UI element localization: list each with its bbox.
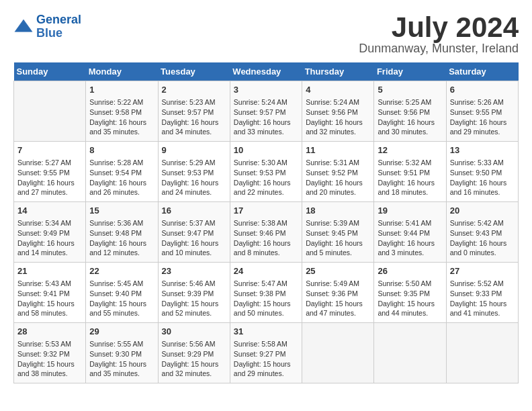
cell-text: Sunrise: 5:38 AM bbox=[234, 218, 298, 228]
svg-marker-1 bbox=[15, 21, 32, 32]
cell-text: Sunrise: 5:33 AM bbox=[450, 158, 515, 168]
cell-text: Sunset: 9:58 PM bbox=[89, 107, 154, 118]
cell-text: Sunrise: 5:27 AM bbox=[17, 158, 82, 168]
cell-text: and 10 minutes. bbox=[162, 248, 226, 258]
cell-text: Sunrise: 5:32 AM bbox=[378, 158, 442, 168]
cell-text: and 29 minutes. bbox=[450, 127, 515, 137]
cell-text: and 38 minutes. bbox=[17, 369, 82, 379]
cell-text: Sunrise: 5:41 AM bbox=[378, 218, 442, 228]
cell-text: Sunrise: 5:24 AM bbox=[306, 97, 370, 107]
calendar-cell: 28Sunrise: 5:53 AMSunset: 9:32 PMDayligh… bbox=[14, 323, 86, 383]
date-number: 7 bbox=[17, 144, 82, 156]
cell-text: Sunset: 9:46 PM bbox=[234, 228, 298, 238]
date-number: 20 bbox=[450, 205, 515, 217]
calendar-cell: 7Sunrise: 5:27 AMSunset: 9:55 PMDaylight… bbox=[14, 142, 86, 202]
cell-text: Sunset: 9:56 PM bbox=[378, 107, 442, 118]
cell-text: Sunset: 9:52 PM bbox=[306, 168, 370, 178]
location-title: Dunmanway, Munster, Ireland bbox=[359, 42, 519, 56]
cell-text: and 44 minutes. bbox=[378, 308, 442, 318]
calendar-cell: 2Sunrise: 5:23 AMSunset: 9:57 PMDaylight… bbox=[158, 81, 230, 142]
cell-text: Sunset: 9:48 PM bbox=[89, 228, 154, 238]
calendar-cell: 29Sunrise: 5:55 AMSunset: 9:30 PMDayligh… bbox=[86, 323, 158, 383]
date-number: 9 bbox=[162, 144, 226, 156]
calendar-cell: 5Sunrise: 5:25 AMSunset: 9:56 PMDaylight… bbox=[374, 81, 446, 142]
week-row-3: 14Sunrise: 5:34 AMSunset: 9:49 PMDayligh… bbox=[14, 202, 519, 263]
day-header-wednesday: Wednesday bbox=[230, 62, 302, 81]
week-row-1: 1Sunrise: 5:22 AMSunset: 9:58 PMDaylight… bbox=[14, 81, 519, 142]
calendar-table: SundayMondayTuesdayWednesdayThursdayFrid… bbox=[13, 62, 519, 383]
cell-text: and 26 minutes. bbox=[89, 187, 154, 197]
cell-text: Sunset: 9:39 PM bbox=[162, 289, 226, 299]
date-number: 1 bbox=[89, 84, 154, 96]
cell-text: Sunset: 9:33 PM bbox=[450, 289, 515, 299]
calendar-cell: 13Sunrise: 5:33 AMSunset: 9:50 PMDayligh… bbox=[446, 142, 518, 202]
cell-text: Sunset: 9:56 PM bbox=[306, 107, 370, 118]
date-number: 12 bbox=[378, 144, 442, 156]
date-number: 6 bbox=[450, 84, 515, 96]
cell-text: Daylight: 15 hours bbox=[17, 299, 82, 309]
cell-text: Daylight: 16 hours bbox=[378, 118, 442, 128]
cell-text: Sunset: 9:47 PM bbox=[162, 228, 226, 238]
cell-text: Daylight: 15 hours bbox=[162, 299, 226, 309]
calendar-cell: 6Sunrise: 5:26 AMSunset: 9:55 PMDaylight… bbox=[446, 81, 518, 142]
cell-text: Daylight: 15 hours bbox=[17, 359, 82, 369]
cell-text: Sunset: 9:53 PM bbox=[234, 168, 298, 178]
cell-text: Sunset: 9:36 PM bbox=[306, 289, 370, 299]
calendar-cell bbox=[374, 323, 446, 383]
cell-text: Daylight: 16 hours bbox=[234, 238, 298, 248]
cell-text: Sunrise: 5:24 AM bbox=[234, 97, 298, 107]
date-number: 30 bbox=[162, 326, 226, 338]
cell-text: Daylight: 15 hours bbox=[89, 299, 154, 309]
date-number: 27 bbox=[450, 265, 515, 277]
cell-text: and 34 minutes. bbox=[162, 127, 226, 137]
calendar-cell: 10Sunrise: 5:30 AMSunset: 9:53 PMDayligh… bbox=[230, 142, 302, 202]
day-header-tuesday: Tuesday bbox=[158, 62, 230, 81]
calendar-cell: 25Sunrise: 5:49 AMSunset: 9:36 PMDayligh… bbox=[302, 263, 374, 323]
cell-text: Daylight: 16 hours bbox=[234, 178, 298, 188]
cell-text: Sunset: 9:54 PM bbox=[89, 168, 154, 178]
date-number: 11 bbox=[306, 144, 370, 156]
calendar-cell: 12Sunrise: 5:32 AMSunset: 9:51 PMDayligh… bbox=[374, 142, 446, 202]
cell-text: Sunrise: 5:29 AM bbox=[162, 158, 226, 168]
cell-text: and 50 minutes. bbox=[234, 308, 298, 318]
cell-text: Sunrise: 5:23 AM bbox=[162, 97, 226, 107]
cell-text: Daylight: 15 hours bbox=[378, 299, 442, 309]
cell-text: Sunset: 9:41 PM bbox=[17, 289, 82, 299]
cell-text: and 16 minutes. bbox=[450, 187, 515, 197]
cell-text: and 14 minutes. bbox=[17, 248, 82, 258]
calendar-cell: 14Sunrise: 5:34 AMSunset: 9:49 PMDayligh… bbox=[14, 202, 86, 263]
calendar-cell: 4Sunrise: 5:24 AMSunset: 9:56 PMDaylight… bbox=[302, 81, 374, 142]
day-header-sunday: Sunday bbox=[14, 62, 86, 81]
logo: General Blue bbox=[13, 13, 81, 40]
cell-text: Daylight: 15 hours bbox=[306, 299, 370, 309]
date-number: 4 bbox=[306, 84, 370, 96]
calendar-cell bbox=[302, 323, 374, 383]
cell-text: Sunrise: 5:26 AM bbox=[450, 97, 515, 107]
cell-text: Sunset: 9:35 PM bbox=[378, 289, 442, 299]
cell-text: Sunrise: 5:50 AM bbox=[378, 279, 442, 289]
day-header-thursday: Thursday bbox=[302, 62, 374, 81]
day-header-saturday: Saturday bbox=[446, 62, 518, 81]
cell-text: and 32 minutes. bbox=[306, 127, 370, 137]
cell-text: and 8 minutes. bbox=[234, 248, 298, 258]
cell-text: Daylight: 15 hours bbox=[234, 359, 298, 369]
cell-text: Daylight: 16 hours bbox=[306, 178, 370, 188]
cell-text: Sunrise: 5:34 AM bbox=[17, 218, 82, 228]
cell-text: Sunset: 9:38 PM bbox=[234, 289, 298, 299]
cell-text: and 20 minutes. bbox=[306, 187, 370, 197]
cell-text: Sunset: 9:50 PM bbox=[450, 168, 515, 178]
cell-text: and 18 minutes. bbox=[378, 187, 442, 197]
cell-text: Sunset: 9:29 PM bbox=[162, 349, 226, 359]
cell-text: Daylight: 16 hours bbox=[89, 178, 154, 188]
calendar-cell: 18Sunrise: 5:39 AMSunset: 9:45 PMDayligh… bbox=[302, 202, 374, 263]
cell-text: Sunset: 9:32 PM bbox=[17, 349, 82, 359]
date-number: 14 bbox=[17, 205, 82, 217]
cell-text: and 47 minutes. bbox=[306, 308, 370, 318]
cell-text: Sunset: 9:45 PM bbox=[306, 228, 370, 238]
date-number: 23 bbox=[162, 265, 226, 277]
calendar-cell bbox=[446, 323, 518, 383]
calendar-cell: 31Sunrise: 5:58 AMSunset: 9:27 PMDayligh… bbox=[230, 323, 302, 383]
date-number: 3 bbox=[234, 84, 298, 96]
calendar-cell: 19Sunrise: 5:41 AMSunset: 9:44 PMDayligh… bbox=[374, 202, 446, 263]
cell-text: Daylight: 16 hours bbox=[378, 178, 442, 188]
